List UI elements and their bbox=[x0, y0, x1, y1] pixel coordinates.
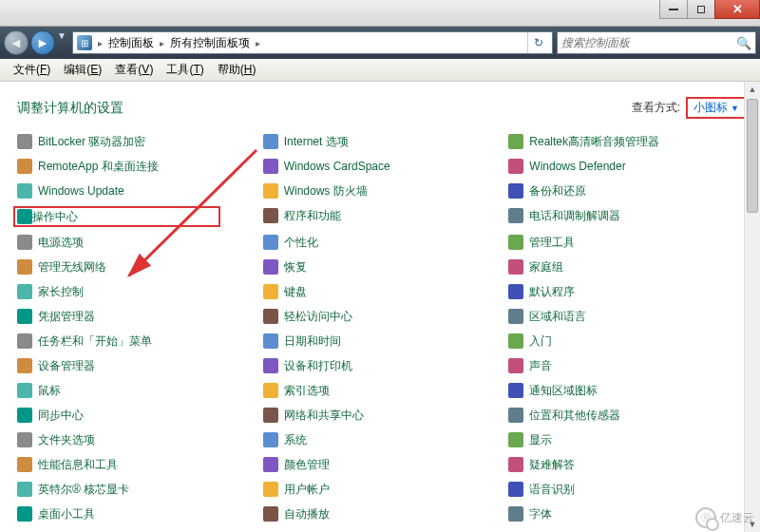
item-icon bbox=[263, 235, 278, 250]
search-input[interactable] bbox=[561, 36, 736, 49]
control-panel-item[interactable]: 日期和时间 bbox=[263, 332, 502, 351]
control-panel-item[interactable]: 管理无线网络 bbox=[17, 257, 256, 276]
scrollbar-thumb[interactable] bbox=[747, 99, 758, 213]
control-panel-item[interactable]: 入门 bbox=[508, 332, 747, 351]
control-panel-item[interactable]: Windows CardSpace bbox=[263, 157, 502, 176]
control-panel-item[interactable]: 鼠标 bbox=[17, 381, 256, 400]
menu-h[interactable]: 帮助(H) bbox=[212, 60, 262, 80]
control-panel-item[interactable]: 电话和调制解调器 bbox=[508, 206, 747, 225]
control-panel-item[interactable]: 语音识别 bbox=[508, 480, 747, 499]
item-icon bbox=[508, 259, 523, 275]
refresh-button[interactable]: ↻ bbox=[527, 32, 548, 53]
back-button[interactable]: ◄ bbox=[4, 30, 28, 55]
chevron-down-icon: ▼ bbox=[731, 104, 739, 113]
control-panel-item[interactable]: 颜色管理 bbox=[263, 455, 502, 474]
item-label: 位置和其他传感器 bbox=[529, 408, 620, 424]
control-panel-item[interactable]: RemoteApp 和桌面连接 bbox=[17, 157, 256, 176]
scroll-up-icon[interactable]: ▲ bbox=[745, 82, 760, 97]
breadcrumb-sep-icon[interactable]: ▸ bbox=[98, 38, 103, 48]
control-panel-item[interactable]: 备份和还原 bbox=[508, 181, 747, 200]
control-panel-item[interactable]: 系统 bbox=[263, 430, 502, 449]
maximize-button[interactable] bbox=[687, 0, 715, 19]
control-panel-item[interactable]: Realtek高清晰音频管理器 bbox=[508, 132, 747, 151]
control-panel-item[interactable]: 管理工具 bbox=[508, 233, 747, 252]
item-icon bbox=[263, 159, 278, 174]
menu-f[interactable]: 文件(F) bbox=[8, 60, 56, 80]
control-panel-item[interactable]: 设备管理器 bbox=[17, 356, 256, 375]
nav-arrows: ◄ ► ▼ bbox=[4, 30, 68, 55]
item-label: 电源选项 bbox=[38, 235, 84, 251]
navigation-bar: ◄ ► ▼ ⊞ ▸ 控制面板 ▸ 所有控制面板项 ▸ ↻ 🔍 bbox=[0, 27, 760, 59]
minimize-button[interactable] bbox=[659, 0, 688, 19]
control-panel-item[interactable]: 用户帐户 bbox=[263, 480, 502, 499]
control-panel-item[interactable]: 英特尔® 核芯显卡 bbox=[17, 480, 256, 499]
view-by-dropdown[interactable]: 小图标 ▼ bbox=[686, 97, 747, 119]
control-panel-item[interactable]: 声音 bbox=[508, 356, 747, 375]
item-label: Windows CardSpace bbox=[284, 160, 390, 173]
item-icon bbox=[508, 183, 523, 199]
control-panel-item[interactable]: 桌面小工具 bbox=[17, 504, 256, 523]
item-icon bbox=[17, 235, 32, 250]
close-button[interactable]: ✕ bbox=[714, 0, 760, 19]
item-label: 索引选项 bbox=[284, 383, 330, 399]
control-panel-item[interactable]: 同步中心 bbox=[17, 406, 256, 425]
items-grid: BitLocker 驱动器加密Internet 选项Realtek高清晰音频管理… bbox=[13, 132, 747, 523]
window-buttons: ✕ bbox=[660, 0, 760, 19]
control-panel-item[interactable]: 设备和打印机 bbox=[263, 356, 502, 375]
control-panel-item[interactable]: Windows 防火墙 bbox=[263, 181, 502, 200]
control-panel-item[interactable]: 键盘 bbox=[263, 282, 502, 301]
control-panel-item[interactable]: Windows Defender bbox=[508, 157, 747, 176]
control-panel-item[interactable]: 自动播放 bbox=[263, 504, 502, 523]
item-icon bbox=[263, 358, 278, 373]
address-bar[interactable]: ⊞ ▸ 控制面板 ▸ 所有控制面板项 ▸ ↻ bbox=[72, 31, 553, 54]
control-panel-item[interactable]: 轻松访问中心 bbox=[263, 307, 502, 326]
control-panel-item[interactable]: 个性化 bbox=[263, 233, 502, 252]
search-icon[interactable]: 🔍 bbox=[736, 36, 751, 50]
control-panel-item[interactable]: 网络和共享中心 bbox=[263, 406, 502, 425]
control-panel-item[interactable]: 显示 bbox=[508, 430, 747, 449]
item-label: 个性化 bbox=[284, 235, 318, 251]
item-label: 程序和功能 bbox=[284, 208, 341, 224]
control-panel-item[interactable]: 恢复 bbox=[263, 257, 502, 276]
control-panel-item[interactable]: 家长控制 bbox=[17, 282, 256, 301]
control-panel-item[interactable]: 凭据管理器 bbox=[17, 307, 256, 326]
vertical-scrollbar[interactable]: ▲ ▼ bbox=[744, 82, 760, 532]
control-panel-item[interactable]: 文件夹选项 bbox=[17, 430, 256, 449]
item-icon bbox=[263, 482, 278, 497]
control-panel-item[interactable]: BitLocker 驱动器加密 bbox=[17, 132, 256, 151]
menu-v[interactable]: 查看(V) bbox=[109, 60, 159, 80]
menu-e[interactable]: 编辑(E) bbox=[58, 60, 107, 80]
control-panel-item[interactable]: 性能信息和工具 bbox=[17, 455, 256, 474]
control-panel-item[interactable]: Windows Update bbox=[17, 181, 256, 200]
item-label: 语音识别 bbox=[529, 482, 575, 498]
control-panel-item[interactable]: Internet 选项 bbox=[263, 132, 502, 151]
control-panel-item[interactable]: 默认程序 bbox=[508, 282, 747, 301]
item-icon bbox=[17, 209, 32, 224]
item-label: RemoteApp 和桌面连接 bbox=[38, 159, 159, 175]
control-panel-item[interactable]: 位置和其他传感器 bbox=[508, 406, 747, 425]
breadcrumb-control-panel[interactable]: 控制面板 bbox=[108, 35, 154, 51]
control-panel-item[interactable]: 操作中心 bbox=[17, 206, 256, 227]
item-icon bbox=[263, 457, 278, 472]
control-panel-item[interactable]: 索引选项 bbox=[263, 381, 502, 400]
search-box[interactable]: 🔍 bbox=[557, 31, 756, 54]
control-panel-item[interactable]: 通知区域图标 bbox=[508, 381, 747, 400]
control-panel-item[interactable]: 家庭组 bbox=[508, 257, 747, 276]
item-label: 同步中心 bbox=[38, 408, 84, 424]
item-icon bbox=[17, 432, 32, 447]
breadcrumb-sep-icon[interactable]: ▸ bbox=[160, 38, 164, 48]
forward-button[interactable]: ► bbox=[30, 30, 55, 55]
control-panel-item[interactable]: 疑难解答 bbox=[508, 455, 747, 474]
breadcrumb-sep-icon[interactable]: ▸ bbox=[256, 38, 260, 48]
control-panel-item[interactable]: 区域和语言 bbox=[508, 307, 747, 326]
nav-history-dropdown[interactable]: ▼ bbox=[57, 30, 68, 55]
breadcrumb-all-items[interactable]: 所有控制面板项 bbox=[170, 35, 250, 51]
control-panel-item[interactable]: 电源选项 bbox=[17, 233, 256, 252]
item-icon bbox=[17, 183, 32, 199]
item-label: 电话和调制解调器 bbox=[529, 208, 620, 224]
control-panel-item[interactable]: 程序和功能 bbox=[263, 206, 502, 225]
control-panel-item[interactable]: 任务栏和「开始」菜单 bbox=[17, 332, 256, 351]
item-icon bbox=[508, 134, 523, 149]
item-icon bbox=[17, 159, 32, 174]
menu-t[interactable]: 工具(T) bbox=[161, 60, 209, 80]
